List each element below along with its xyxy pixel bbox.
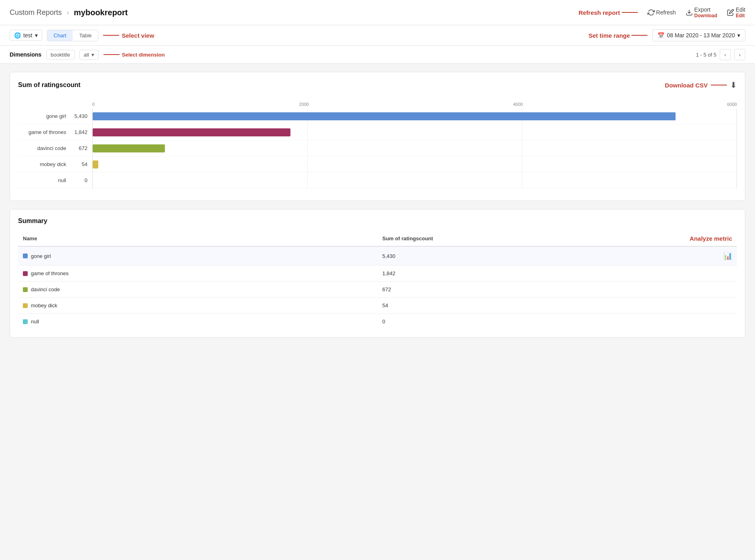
filter-chevron-icon: ▾ [91, 52, 94, 58]
export-button[interactable]: Export Download [686, 6, 717, 18]
toolbar-right: Set time range 📅 08 Mar 2020 - 13 Mar 20… [589, 29, 745, 41]
chart-title: Sum of ratingscount [18, 81, 81, 89]
bar [93, 128, 290, 136]
analyze-cell [593, 266, 737, 282]
summary-card: Summary Name Sum of ratingscount Analyze… [10, 209, 745, 338]
select-view-label: Select view [122, 32, 154, 39]
annotation-line [622, 12, 638, 13]
download-annotation: Download [694, 13, 717, 18]
next-page-button[interactable]: › [734, 49, 745, 60]
col-metric-header: Sum of ratingscount [378, 231, 593, 246]
metric-cell: 0 [378, 314, 593, 330]
row-name: davinci code [31, 286, 60, 292]
annotation-line-4 [711, 85, 727, 85]
name-cell: davinci code [18, 282, 378, 298]
x-label-2000: 2000 [299, 102, 308, 107]
metric-cell: 54 [378, 298, 593, 314]
bar-label: mobey dick [18, 161, 70, 167]
table-row: mobey dick54 [18, 298, 737, 314]
bar-row: davinci code672 [18, 140, 737, 156]
bar-row: game of thrones1,842 [18, 124, 737, 140]
summary-table-body: gone girl5,430📊game of thrones1,842davin… [18, 246, 737, 329]
filter-chip[interactable]: all ▾ [79, 50, 99, 60]
chart-tab[interactable]: Chart [47, 30, 73, 41]
edit-button[interactable]: Edit Edit [727, 6, 745, 18]
dimensions-label: Dimensions [10, 51, 41, 58]
bar [93, 144, 165, 152]
header-actions: Refresh report Refresh Export Download E… [578, 6, 745, 18]
refresh-report-label: Refresh report [578, 9, 620, 16]
annotation-line-2 [631, 35, 647, 36]
row-name: mobey dick [31, 302, 57, 308]
analyze-icon[interactable]: 📊 [723, 252, 732, 260]
refresh-button[interactable]: Refresh [647, 9, 676, 16]
bar [93, 160, 98, 168]
date-range-selector[interactable]: 📅 08 Mar 2020 - 13 Mar 2020 ▾ [652, 29, 745, 41]
row-name: gone girl [31, 253, 51, 259]
bar-row: gone girl5,430 [18, 108, 737, 124]
bar-container [92, 172, 737, 189]
table-header-row: Name Sum of ratingscount Analyze metric [18, 231, 737, 246]
download-csv-area: Download CSV ⬇ [665, 80, 737, 90]
environment-selector[interactable]: 🌐 test ▾ [10, 30, 42, 41]
col-name-header: Name [18, 231, 378, 246]
bar-value: 1,842 [70, 129, 92, 135]
color-dot [23, 319, 28, 324]
dimensions-bar: Dimensions booktitle all ▾ Select dimens… [0, 46, 755, 64]
table-tab[interactable]: Table [73, 30, 98, 41]
main-content: Sum of ratingscount Download CSV ⬇ 0 200… [0, 64, 755, 346]
color-dot [23, 254, 28, 258]
prev-page-button[interactable]: ‹ [720, 49, 731, 60]
bar-row: mobey dick54 [18, 156, 737, 172]
toolbar-left: 🌐 test ▾ Chart Table Select view [10, 30, 154, 41]
breadcrumb-current: mybookreport [74, 8, 128, 17]
summary-table: Name Sum of ratingscount Analyze metric … [18, 231, 737, 329]
calendar-icon: 📅 [658, 32, 664, 39]
name-cell: game of thrones [18, 266, 378, 282]
env-label: test [23, 32, 32, 39]
table-row: gone girl5,430📊 [18, 246, 737, 266]
select-dimension-label: Select dimension [122, 52, 165, 58]
analyze-cell [593, 298, 737, 314]
metric-cell: 1,842 [378, 266, 593, 282]
analyze-cell [593, 282, 737, 298]
bar [93, 112, 676, 120]
chart-card: Sum of ratingscount Download CSV ⬇ 0 200… [10, 72, 745, 201]
edit-annotation: Edit [736, 13, 745, 18]
export-label: Export [694, 6, 710, 13]
bar-label: game of thrones [18, 129, 70, 135]
edit-label: Edit [736, 6, 745, 13]
color-dot [23, 287, 28, 292]
download-csv-icon[interactable]: ⬇ [730, 80, 737, 90]
annotation-line-3 [104, 54, 120, 55]
dimension-chip[interactable]: booktitle [46, 50, 74, 60]
table-row: game of thrones1,842 [18, 266, 737, 282]
row-name: null [31, 319, 39, 325]
refresh-report-annotation: Refresh report [578, 9, 637, 16]
bar-value: 54 [70, 161, 92, 167]
x-label-0: 0 [92, 102, 95, 107]
name-cell: null [18, 314, 378, 330]
bar-value: 5,430 [70, 113, 92, 119]
x-axis-top: 0 2000 4000 6000 [92, 102, 737, 107]
date-chevron-icon: ▾ [737, 32, 740, 39]
metric-cell: 5,430 [378, 246, 593, 266]
pagination-info: 1 - 5 of 5 [696, 52, 716, 58]
dimensions-right: 1 - 5 of 5 ‹ › [696, 49, 745, 60]
annotation-line-1 [103, 35, 119, 36]
dimension-name: booktitle [51, 52, 70, 58]
dimensions-left: Dimensions booktitle all ▾ Select dimens… [10, 50, 165, 60]
bar-label: davinci code [18, 145, 70, 151]
analyze-cell: 📊 [593, 246, 737, 266]
breadcrumb-parent[interactable]: Custom Reports [10, 8, 62, 17]
page-header: Custom Reports › mybookreport Refresh re… [0, 0, 755, 25]
filter-value: all [84, 52, 89, 58]
bar-container [92, 124, 737, 140]
refresh-label: Refresh [656, 9, 676, 16]
bars-container: gone girl5,430game of thrones1,842davinc… [18, 108, 737, 189]
x-label-6000: 6000 [727, 102, 737, 107]
bar-container [92, 108, 737, 124]
summary-title: Summary [18, 217, 737, 225]
globe-icon: 🌐 [14, 32, 21, 39]
env-chevron-icon: ▾ [35, 32, 38, 39]
